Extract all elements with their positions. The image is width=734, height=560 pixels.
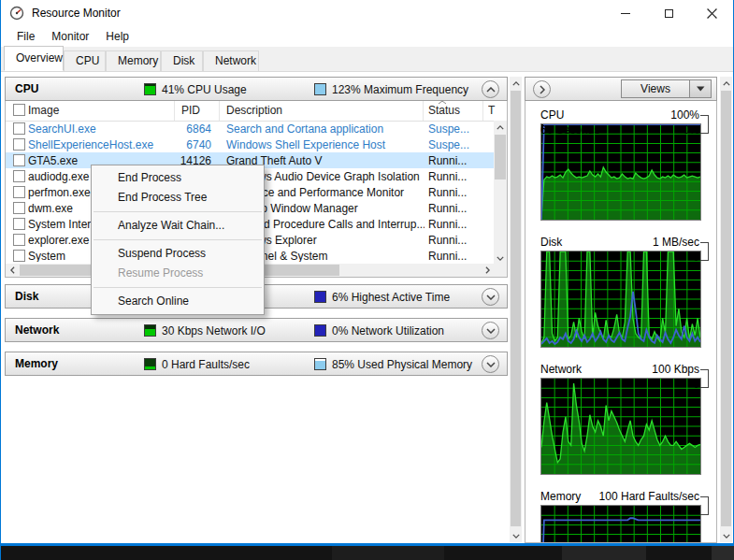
- scale-bracket-bottom: [700, 376, 709, 388]
- table-vertical-scrollbar[interactable]: [494, 121, 507, 265]
- chevron-right-icon: [540, 85, 545, 94]
- cell-description: Search and Cortana application: [226, 122, 425, 136]
- memory-chart-block: Memory100 Hard Faults/sec: [525, 490, 716, 520]
- disk-chart-bottom-labels: 0: [525, 251, 716, 266]
- cpu-collapse-button[interactable]: [482, 80, 499, 98]
- column-header-status[interactable]: Status: [428, 104, 460, 117]
- window-title: Resource Monitor: [32, 7, 121, 20]
- scroll-right-icon[interactable]: [481, 264, 494, 277]
- scrollbar-thumb[interactable]: [511, 91, 521, 526]
- scroll-down-icon[interactable]: [510, 529, 522, 542]
- cpu-chart-block: CPU100%60 Seconds0%: [525, 108, 716, 138]
- cell-status: Runni...: [428, 218, 484, 231]
- table-row[interactable]: SearchUI.exe6864Search and Cortana appli…: [6, 121, 494, 136]
- tab-memory[interactable]: Memory: [106, 50, 161, 71]
- row-checkbox[interactable]: [13, 122, 25, 135]
- scale-bracket-bottom: [700, 122, 709, 134]
- chevron-down-icon: [486, 362, 496, 367]
- resource-monitor-window: Resource Monitor FileMonitorHelp Overvie…: [0, 0, 734, 560]
- tab-network[interactable]: Network: [203, 50, 259, 71]
- menu-separator: [94, 211, 262, 212]
- scrollbar-thumb[interactable]: [495, 135, 506, 179]
- disk-chart-block: Disk1 MB/sec0: [525, 236, 716, 266]
- scroll-up-icon[interactable]: [720, 77, 732, 90]
- memory-section-header[interactable]: Memory 0 Hard Faults/sec 85% Used Physic…: [5, 352, 508, 376]
- cpu-graph: [541, 124, 700, 220]
- column-header-pid[interactable]: PID: [181, 104, 200, 117]
- row-checkbox[interactable]: [13, 138, 25, 151]
- cpu-chart-labels: CPU100%: [525, 108, 716, 123]
- views-button-label[interactable]: Views: [622, 80, 689, 97]
- cpu-usage-legend-icon: [144, 83, 156, 95]
- network-expand-button[interactable]: [482, 322, 499, 339]
- column-header-image[interactable]: Image: [28, 104, 59, 117]
- row-checkbox[interactable]: [13, 234, 25, 246]
- minimize-button[interactable]: [604, 0, 647, 26]
- scroll-up-icon[interactable]: [494, 121, 507, 134]
- minimize-icon: [621, 13, 630, 14]
- close-button[interactable]: [690, 0, 733, 26]
- menu-separator: [94, 239, 262, 240]
- scale-bracket-bottom: [700, 249, 709, 261]
- cell-status: Runni...: [428, 170, 484, 183]
- context-menu-item-suspend-process[interactable]: Suspend Process: [92, 244, 264, 264]
- cell-status: Runni...: [428, 250, 484, 262]
- views-dropdown-arrow[interactable]: [689, 80, 711, 97]
- menu-separator: [94, 287, 262, 288]
- context-menu-item-end-process-tree[interactable]: End Process Tree: [92, 188, 264, 208]
- cpu-chart-bottom-labels: 60 Seconds0%: [525, 123, 716, 138]
- tab-cpu[interactable]: CPU: [64, 50, 106, 71]
- row-checkbox[interactable]: [13, 202, 25, 214]
- scroll-down-icon[interactable]: [720, 529, 732, 542]
- cell-image: SearchUI.exe: [28, 122, 168, 136]
- disk-section-title: Disk: [15, 290, 38, 303]
- disk-expand-button[interactable]: [482, 288, 499, 306]
- views-button[interactable]: Views: [621, 79, 712, 98]
- scroll-down-icon[interactable]: [494, 251, 507, 265]
- menu-bar: FileMonitorHelp: [1, 26, 733, 47]
- network-chart-min-label: 0: [693, 378, 699, 391]
- cell-pid: 6864: [165, 122, 211, 136]
- resource-monitor-icon: [9, 6, 24, 21]
- chart-panel-scrollbar[interactable]: [720, 77, 732, 542]
- row-checkbox[interactable]: [13, 250, 25, 262]
- scale-bracket-bottom: [700, 503, 709, 515]
- left-pane-scrollbar[interactable]: [510, 77, 522, 542]
- network-graph: [541, 379, 700, 474]
- process-context-menu: End ProcessEnd Process TreeAnalyze Wait …: [91, 165, 265, 315]
- cpu-section-header[interactable]: CPU 41% CPU Usage 123% Maximum Frequency: [5, 77, 508, 101]
- max-frequency-label: 123% Maximum Frequency: [332, 83, 468, 96]
- context-menu-item-end-process[interactable]: End Process: [92, 168, 264, 188]
- network-io-legend-icon: [144, 324, 156, 337]
- row-checkbox[interactable]: [13, 218, 25, 230]
- scroll-left-icon[interactable]: [6, 264, 19, 277]
- memory-expand-button[interactable]: [482, 355, 499, 373]
- row-checkbox[interactable]: [13, 170, 25, 182]
- network-section-header[interactable]: Network 30 Kbps Network I/O 0% Network U…: [5, 318, 508, 342]
- table-row[interactable]: ShellExperienceHost.exe6740Windows Shell…: [6, 136, 494, 152]
- context-menu-item-analyze-wait-chain[interactable]: Analyze Wait Chain...: [92, 216, 264, 236]
- menu-help[interactable]: Help: [97, 28, 137, 45]
- network-io-label: 30 Kbps Network I/O: [162, 324, 266, 337]
- close-icon: [707, 8, 717, 19]
- tab-disk[interactable]: Disk: [161, 50, 203, 71]
- cell-pid: 6740: [165, 138, 211, 151]
- scroll-up-icon[interactable]: [510, 77, 522, 90]
- row-checkbox[interactable]: [13, 186, 25, 198]
- row-checkbox[interactable]: [13, 154, 25, 166]
- context-menu-item-search-online[interactable]: Search Online: [92, 292, 264, 311]
- select-all-checkbox[interactable]: [13, 104, 25, 116]
- menu-monitor[interactable]: Monitor: [43, 28, 97, 45]
- maximize-icon: [665, 9, 673, 18]
- panel-expand-button[interactable]: [533, 80, 551, 98]
- disk-active-time-label: 6% Highest Active Time: [332, 291, 450, 304]
- maximize-button[interactable]: [647, 0, 690, 26]
- menu-file[interactable]: File: [8, 28, 43, 45]
- column-header-threads[interactable]: T: [488, 104, 496, 117]
- scrollbar-thumb[interactable]: [721, 91, 731, 526]
- dropdown-arrow-icon: [697, 86, 705, 92]
- cell-status: Suspe...: [428, 138, 484, 151]
- column-header-description[interactable]: Description: [226, 104, 282, 117]
- max-frequency-legend-icon: [314, 83, 326, 95]
- tab-overview[interactable]: Overview: [4, 46, 64, 71]
